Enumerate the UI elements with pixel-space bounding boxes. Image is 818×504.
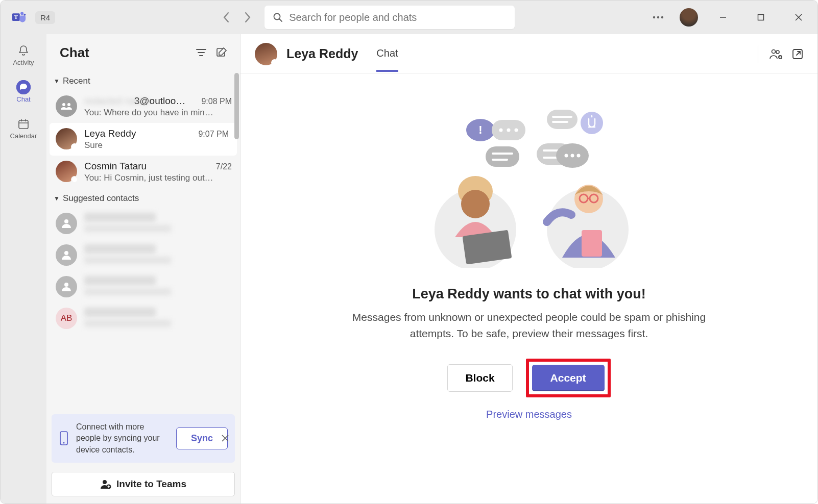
- svg-point-58: [565, 154, 568, 158]
- chat-icon: [16, 80, 31, 94]
- filter-button[interactable]: [194, 45, 208, 60]
- more-options-button[interactable]: [649, 8, 667, 27]
- rail-item-activity[interactable]: Activity: [6, 38, 41, 71]
- svg-rect-51: [486, 146, 519, 167]
- chat-list-panel: Chat ▼ Recent redacted name: [46, 34, 240, 503]
- profile-avatar[interactable]: [680, 8, 698, 27]
- presence-indicator: [71, 143, 78, 150]
- avatar: [56, 128, 77, 149]
- chat-item-time: 9:08 PM: [201, 97, 232, 106]
- chat-item[interactable]: Leya Reddy 9:07 PM Sure: [50, 123, 237, 156]
- presence-indicator: [71, 176, 78, 183]
- svg-point-31: [103, 480, 107, 484]
- chat-item-name: Cosmin Tataru: [84, 161, 147, 172]
- divider: [758, 45, 758, 63]
- invite-to-teams-button[interactable]: Invite to Teams: [52, 472, 235, 496]
- section-suggested[interactable]: ▼ Suggested contacts: [46, 188, 240, 208]
- suggested-contact[interactable]: [46, 271, 240, 303]
- org-switcher[interactable]: R4: [35, 11, 55, 24]
- svg-text:!: !: [478, 123, 482, 136]
- section-label: Recent: [63, 76, 90, 86]
- window-minimize-button[interactable]: [710, 8, 736, 27]
- avatar: [56, 213, 77, 234]
- rail-label: Activity: [13, 59, 34, 66]
- section-label: Suggested contacts: [63, 193, 139, 204]
- app-rail: Activity Chat Calendar: [1, 34, 46, 503]
- group-avatar-icon: [56, 95, 77, 117]
- accept-highlight: Accept: [526, 359, 611, 397]
- person-add-icon: [100, 479, 111, 489]
- chat-item-time: 7/22: [216, 162, 232, 171]
- rail-label: Calendar: [10, 132, 37, 140]
- people-add-button[interactable]: [769, 48, 783, 60]
- svg-point-23: [67, 103, 70, 106]
- chevron-down-icon: ▼: [54, 78, 60, 85]
- avatar: [56, 276, 77, 297]
- window-maximize-button[interactable]: [748, 8, 774, 27]
- phone-icon: [59, 431, 70, 446]
- chat-list-title: Chat: [60, 45, 188, 61]
- section-recent[interactable]: ▼ Recent: [46, 71, 240, 90]
- rail-item-chat[interactable]: Chat: [6, 75, 41, 108]
- rail-label: Chat: [16, 95, 30, 103]
- svg-point-22: [62, 103, 65, 106]
- svg-point-7: [657, 16, 659, 18]
- prompt-title: Leya Reddy wants to chat with you!: [412, 286, 646, 302]
- invite-label: Invite to Teams: [116, 478, 186, 490]
- avatar: [56, 161, 77, 182]
- search-input[interactable]: [264, 6, 515, 29]
- close-icon[interactable]: [220, 433, 231, 444]
- svg-text:T: T: [14, 14, 18, 20]
- chat-item-preview: You: Hi Cosmin, just testing out…: [84, 173, 232, 183]
- accept-button[interactable]: Accept: [532, 365, 605, 391]
- chat-request-illustration: !: [419, 105, 639, 268]
- suggested-contact[interactable]: AB: [46, 303, 240, 334]
- presence-indicator: [271, 59, 278, 66]
- svg-point-35: [772, 49, 776, 53]
- chat-item[interactable]: redacted name 3@outloo… 9:08 PM You: Whe…: [46, 90, 240, 123]
- block-button[interactable]: Block: [447, 364, 512, 392]
- chat-item-preview: Sure: [84, 140, 229, 150]
- titlebar: T R4: [1, 1, 817, 34]
- nav-back-button[interactable]: [218, 9, 235, 26]
- svg-point-60: [577, 154, 581, 158]
- chat-item-name: Leya Reddy: [84, 128, 136, 139]
- window-close-button[interactable]: [786, 8, 811, 27]
- nav-forward-button[interactable]: [239, 9, 256, 26]
- svg-point-4: [274, 14, 280, 20]
- chat-item[interactable]: Cosmin Tataru 7/22 You: Hi Cosmin, just …: [46, 156, 240, 188]
- svg-point-59: [571, 154, 574, 158]
- chevron-down-icon: ▼: [54, 195, 60, 202]
- scrollbar-thumb[interactable]: [234, 73, 239, 139]
- sync-contacts-card: Connect with more people by syncing your…: [52, 414, 235, 463]
- preview-messages-link[interactable]: Preview messages: [486, 409, 572, 420]
- svg-point-25: [64, 251, 68, 255]
- pop-out-button[interactable]: [792, 48, 803, 60]
- bell-icon: [16, 43, 31, 58]
- tab-chat[interactable]: Chat: [376, 47, 398, 60]
- sync-text: Connect with more people by syncing your…: [76, 421, 170, 456]
- new-chat-button[interactable]: [214, 45, 229, 60]
- contact-name: Leya Reddy: [286, 46, 358, 61]
- svg-rect-10: [758, 15, 764, 20]
- chat-item-time: 9:07 PM: [198, 130, 229, 139]
- svg-rect-70: [582, 230, 602, 257]
- svg-point-26: [64, 283, 68, 287]
- avatar: AB: [56, 308, 77, 329]
- svg-point-6: [653, 16, 655, 18]
- contact-avatar[interactable]: [255, 43, 277, 65]
- teams-logo-icon: T: [11, 9, 27, 26]
- svg-point-50: [581, 112, 603, 134]
- suggested-contact[interactable]: [46, 208, 240, 239]
- calendar-icon: [16, 117, 31, 131]
- rail-item-calendar[interactable]: Calendar: [6, 112, 41, 144]
- search-icon: [273, 12, 283, 22]
- svg-point-36: [776, 51, 779, 54]
- svg-point-24: [64, 219, 68, 223]
- conversation-pane: Leya Reddy Chat !: [240, 34, 817, 503]
- suggested-contact[interactable]: [46, 239, 240, 271]
- svg-rect-47: [547, 110, 578, 129]
- svg-point-2: [20, 12, 23, 15]
- svg-rect-14: [19, 120, 28, 129]
- svg-line-5: [280, 19, 282, 22]
